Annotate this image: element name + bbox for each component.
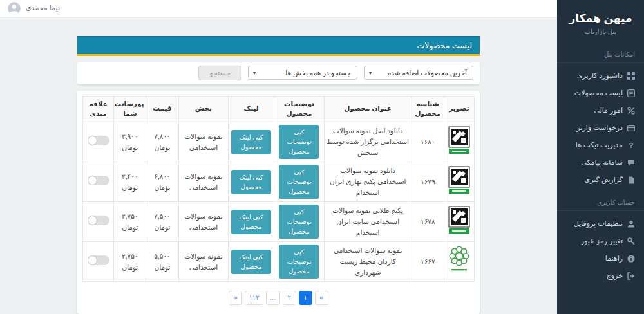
brand-title: میهن همکار [561,12,640,25]
pagination-prev-button[interactable]: » [315,291,328,305]
table-header-row: تصویر شناسه محصول عنوان محصول توضیحات مح… [83,96,475,122]
help-info-icon [627,255,635,263]
header-link: لینک [229,96,274,122]
section-select[interactable]: جستجو در همه بخش ها ▾ [248,66,357,80]
sidebar-item-withdraw-request[interactable]: درخواست واریز [557,119,644,136]
copy-link-button[interactable]: کپی لینک محصول [231,250,271,274]
section-select-value: جستجو در همه بخش ها [285,69,351,77]
sms-comment-icon [627,159,635,167]
sidebar-item-reports[interactable]: گزارش گیری [557,171,644,189]
product-price: ۷,۸۰۰ تومان [146,122,178,162]
sidebar-item-label: داشبورد کاربری [577,71,623,80]
sidebar-item-label: خروج [607,272,623,280]
logout-icon [627,272,635,280]
sidebar-item-products-list[interactable]: لیست محصولات [557,84,644,102]
tickets-question-icon: ? [627,142,635,149]
password-key-icon [627,237,635,245]
product-commission: ۲,۷۵۰ تومان [114,242,146,282]
sidebar-item-finance[interactable]: امور مالی [557,102,644,119]
sidebar-item-help[interactable]: راهنما [557,250,644,267]
product-section: نمونه سوالات استخدامی [178,242,228,282]
toggle-knob [88,256,97,264]
deposit-card-icon [627,124,635,132]
sidebar-nav-account: تنظیمات پروفایل تغییر رمز عبور راهنما خر… [557,211,644,284]
favorite-toggle[interactable] [88,216,109,225]
sidebar-section-panel-features: امکانات پنل [557,41,644,63]
sidebar-item-dashboard[interactable]: داشبورد کاربری [557,67,644,84]
pagination-next-button[interactable]: « [229,291,242,305]
copy-link-button[interactable]: کپی لینک محصول [231,130,271,154]
sidebar-item-label: سامانه پیامکی [581,158,623,167]
copy-link-button[interactable]: کپی لینک محصول [231,210,271,234]
sidebar-item-change-password[interactable]: تغییر رمز عبور [557,232,644,250]
product-image-exam-qr-logo [448,166,471,198]
sidebar-item-logout[interactable]: خروج [557,267,644,284]
copy-description-button[interactable]: کپی توضیحات محصول [279,205,319,239]
product-title: دانلود اصل نمونه سوالات استخدامی برگزار … [324,122,412,162]
user-name[interactable]: نیما محمدی [26,4,60,12]
table-row: ۱۶۷۹ دانلود نمونه سوالات استخدامی پکیج ب… [83,162,475,202]
sidebar-item-label: امور مالی [594,106,623,115]
sidebar-item-label: تغییر رمز عبور [581,237,623,245]
product-id: ۱۶۶۷ [412,242,444,282]
sidebar-item-sms[interactable]: سامانه پیامکی [557,154,644,171]
header-description: توضیحات محصول [274,96,324,122]
toggle-knob [88,176,97,185]
main-area: نیما محمدی لیست محصولات آخرین محصولات اض… [0,0,557,314]
product-price: ۶,۸۰۰ تومان [146,162,178,202]
sidebar-item-tickets[interactable]: ? مدیریت تیکت ها [557,136,644,154]
pagination-page-2[interactable]: ۲ [283,291,296,305]
copy-description-button[interactable]: کپی توضیحات محصول [279,245,319,279]
copy-link-button[interactable]: کپی لینک محصول [231,170,271,194]
header-section: بخش [178,96,228,122]
product-image-exam-qr-logo [448,126,471,158]
product-id: ۱۶۸۰ [412,122,444,162]
product-title: نمونه سوالات استخدامی کاردان محیط زیست ش… [324,242,412,282]
pagination-page-112[interactable]: ۱۱۲ [245,291,263,305]
sidebar-item-label: مدیریت تیکت ها [576,141,623,149]
app: میهن همکار پنل بازاریاب امکانات پنل داشب… [0,0,644,314]
product-commission: ۳,۹۰۰ تومان [114,122,146,162]
product-id: ۱۶۷۸ [412,202,444,242]
copy-description-button[interactable]: کپی توضیحات محصول [279,165,319,199]
product-title: پکیج طلایی نمونه سوالات استخدامی سایت ای… [324,202,412,242]
header-image: تصویر [444,96,474,122]
pagination-ellipsis: … [266,291,280,305]
header-product-id: شناسه محصول [412,96,444,122]
products-table-card: تصویر شناسه محصول عنوان محصول توضیحات مح… [77,91,480,314]
report-file-icon [627,176,635,184]
chevron-down-icon: ▾ [253,70,256,76]
favorite-toggle[interactable] [88,136,109,145]
product-commission: ۳,۷۵۰ تومان [114,202,146,242]
search-button[interactable]: جستجو [198,66,242,80]
filter-bar: آخرین محصولات اضافه شده ▾ جستجو در همه ب… [77,62,480,84]
brand: میهن همکار پنل بازاریاب [557,0,644,41]
product-price: ۷,۵۰۰ تومان [146,202,178,242]
product-title: دانلود نمونه سوالات استخدامی پکیج بهاری … [324,162,412,202]
sidebar: میهن همکار پنل بازاریاب امکانات پنل داشب… [557,0,644,314]
product-section: نمونه سوالات استخدامی [178,162,228,202]
sort-select[interactable]: آخرین محصولات اضافه شده ▾ [364,66,473,80]
sidebar-item-label: لیست محصولات [574,89,623,97]
favorite-toggle[interactable] [88,176,109,185]
percent-icon [627,107,635,115]
products-table: تصویر شناسه محصول عنوان محصول توضیحات مح… [82,96,475,282]
product-section: نمونه سوالات استخدامی [178,202,228,242]
favorite-toggle[interactable] [88,255,109,265]
copy-description-button[interactable]: کپی توضیحات محصول [279,125,319,159]
sidebar-item-label: درخواست واریز [576,124,623,132]
pagination-page-1[interactable]: ۱ [299,291,312,305]
dashboard-icon [627,72,635,80]
sidebar-nav-panel: داشبورد کاربری لیست محصولات امور مالی در… [557,63,644,189]
chevron-down-icon: ▾ [369,70,372,76]
sidebar-item-label: گزارش گیری [585,176,623,184]
toggle-knob [88,136,97,145]
user-avatar[interactable] [8,2,21,15]
sort-select-value: آخرین محصولات اضافه شده [388,69,467,77]
profile-user-icon [627,220,635,228]
content: لیست محصولات آخرین محصولات اضافه شده ▾ ج… [77,36,480,314]
topbar: نیما محمدی [0,0,557,17]
sidebar-item-profile-settings[interactable]: تنظیمات پروفایل [557,215,644,232]
products-icon [627,89,635,97]
toggle-knob [88,216,97,225]
